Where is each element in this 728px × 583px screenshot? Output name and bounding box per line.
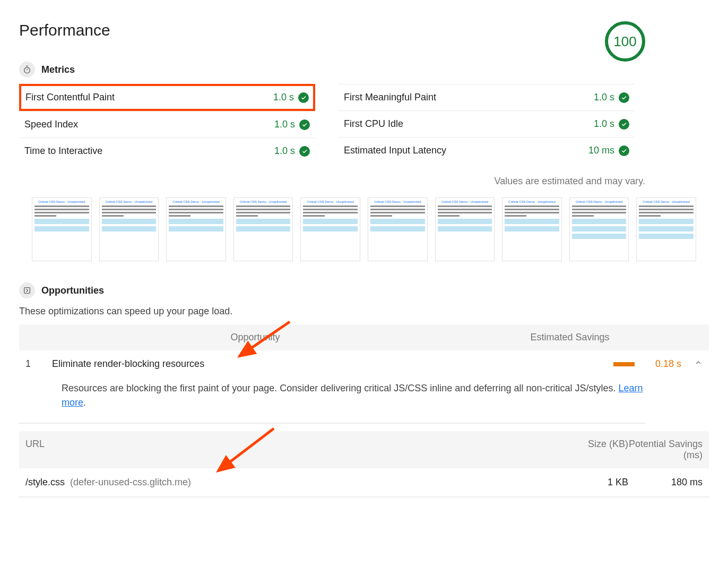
savings-header-label: Estimated Savings — [458, 332, 681, 343]
metric-row[interactable]: Estimated Input Latency10 ms — [339, 137, 635, 164]
metrics-disclaimer: Values are estimated and may vary. — [19, 176, 645, 187]
opportunity-table-header: Opportunity Estimated Savings — [19, 324, 709, 350]
metric-value: 1.0 s — [594, 92, 614, 103]
opportunity-index: 1 — [25, 358, 52, 370]
filmstrip: Critical CSS Demo - UnoptimizedCritical … — [32, 198, 696, 261]
checkmark-icon — [299, 146, 310, 157]
metric-value: 1.0 s — [274, 145, 295, 157]
checkmark-icon — [619, 119, 629, 130]
metric-value: 1.0 s — [273, 92, 294, 103]
metric-value: 1.0 s — [274, 119, 295, 130]
metric-label: First Meaningful Paint — [344, 92, 436, 103]
resource-size: 1 KB — [554, 477, 628, 488]
opportunity-header-label: Opportunity — [52, 332, 458, 343]
opportunities-section-title: Opportunities — [41, 285, 104, 296]
metric-label: Estimated Input Latency — [344, 145, 446, 156]
resource-savings: 180 ms — [628, 477, 703, 488]
size-header-label: Size (KB) — [554, 439, 628, 461]
savings-bar — [613, 362, 635, 366]
resource-table-header: URL Size (KB) Potential Savings (ms) — [19, 431, 709, 468]
opportunity-name: Eliminate render-blocking resources — [52, 358, 469, 370]
resource-row: /style.css (defer-unused-css.glitch.me) … — [19, 468, 709, 498]
opportunity-description: Resources are blocking the first paint o… — [19, 377, 645, 424]
metrics-grid: First Contentful Paint1.0 sSpeed Index1.… — [19, 84, 635, 164]
filmstrip-frame: Critical CSS Demo - Unoptimized — [636, 198, 696, 261]
filmstrip-frame: Critical CSS Demo - Unoptimized — [233, 198, 293, 261]
metric-label: Time to Interactive — [24, 145, 102, 157]
metric-row[interactable]: First Meaningful Paint1.0 s — [339, 84, 635, 110]
checkmark-icon — [299, 119, 310, 130]
metric-value: 1.0 s — [594, 118, 614, 130]
filmstrip-frame: Critical CSS Demo - Unoptimized — [569, 198, 629, 261]
opportunities-section-header: Opportunities — [19, 282, 709, 298]
filmstrip-frame: Critical CSS Demo - Unoptimized — [435, 198, 495, 261]
checkmark-icon — [619, 92, 629, 103]
metric-label: First Contentful Paint — [25, 92, 115, 103]
filmstrip-frame: Critical CSS Demo - Unoptimized — [300, 198, 360, 261]
metric-row[interactable]: First Contentful Paint1.0 s — [19, 84, 315, 111]
url-header-label: URL — [25, 439, 554, 461]
page-title: Performance — [19, 21, 110, 39]
metric-row[interactable]: Speed Index1.0 s — [19, 111, 315, 138]
metric-label: First CPU Idle — [344, 118, 403, 130]
metric-value: 10 ms — [588, 145, 614, 156]
checkmark-icon — [298, 92, 309, 103]
filmstrip-frame: Critical CSS Demo - Unoptimized — [32, 198, 92, 261]
filmstrip-frame: Critical CSS Demo - Unoptimized — [166, 198, 226, 261]
filmstrip-frame: Critical CSS Demo - Unoptimized — [368, 198, 428, 261]
checkmark-icon — [619, 145, 629, 156]
stopwatch-icon — [19, 62, 35, 78]
metrics-section-header: Metrics — [19, 62, 709, 78]
opportunities-icon — [19, 282, 35, 298]
metric-label: Speed Index — [24, 119, 78, 130]
opportunity-desc-text: Resources are blocking the first paint o… — [62, 383, 619, 393]
performance-score: 100 — [605, 21, 645, 62]
resource-path: /style.css — [25, 477, 65, 487]
metric-row[interactable]: First CPU Idle1.0 s — [339, 110, 635, 137]
opportunity-row[interactable]: 1 Eliminate render-blocking resources 0.… — [19, 350, 709, 377]
metrics-section-title: Metrics — [41, 64, 75, 75]
filmstrip-frame: Critical CSS Demo - Unoptimized — [502, 198, 562, 261]
chevron-up-icon[interactable] — [681, 358, 703, 370]
filmstrip-frame: Critical CSS Demo - Unoptimized — [99, 198, 159, 261]
potential-savings-header-label: Potential Savings (ms) — [628, 439, 703, 461]
opportunities-description: These optimizations can speed up your pa… — [19, 306, 709, 317]
svg-rect-1 — [24, 288, 30, 294]
resource-host: (defer-unused-css.glitch.me) — [70, 477, 191, 487]
metric-row[interactable]: Time to Interactive1.0 s — [19, 138, 315, 164]
svg-point-0 — [24, 67, 30, 73]
opportunity-savings-value: 0.18 s — [639, 358, 681, 370]
